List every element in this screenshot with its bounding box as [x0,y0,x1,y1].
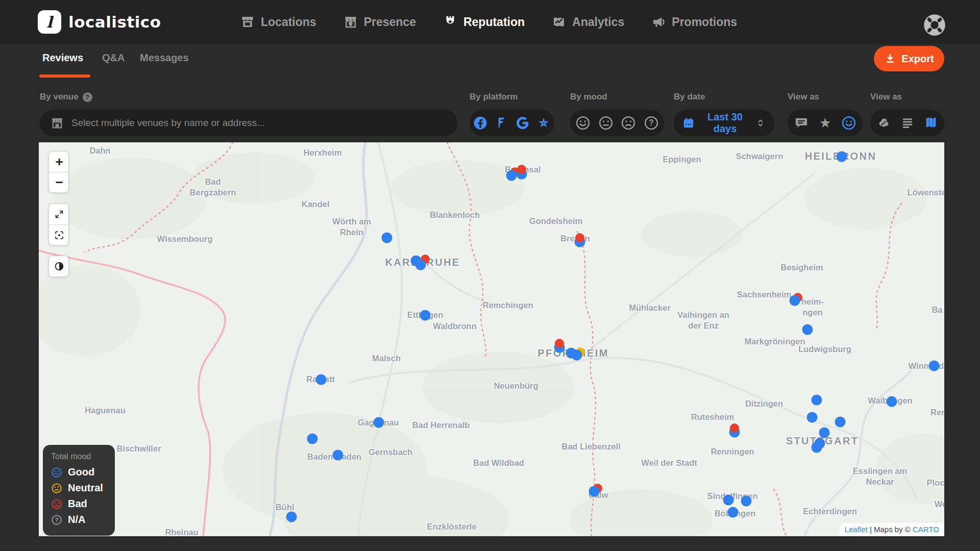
export-button[interactable]: Export [874,46,944,71]
tab-qa[interactable]: Q&A [102,52,125,64]
tab-bar: Reviews Q&A Messages Export [0,44,980,80]
locations-icon [240,14,255,30]
map-marker-good[interactable] [887,396,897,407]
view-map-button[interactable] [921,113,941,133]
date-filter-dropdown[interactable]: Last 30 days [674,110,774,136]
platform-google-button[interactable] [512,113,533,133]
brand-logo[interactable]: l localistico [38,10,161,34]
dark-mode-toggle-button[interactable] [49,256,69,277]
map-marker-good[interactable] [333,450,344,461]
yelp-icon [536,116,551,130]
legend-label: Neutral [68,482,103,494]
legend-item-neutral: Neutral [51,482,107,494]
gear-icon [922,12,947,38]
brand-logo-icon: l [38,10,61,34]
google-icon [514,115,531,131]
map-marker-good[interactable] [420,310,431,321]
map-marker-good[interactable] [929,361,940,371]
view-cloud-button[interactable] [873,113,894,133]
map-marker-layer [39,142,944,536]
map-marker-good[interactable] [812,442,822,453]
map-marker-good[interactable] [506,170,517,181]
view-smiley-button[interactable] [839,113,859,133]
nav-item-locations[interactable]: Locations [240,14,316,30]
mood-good-button[interactable] [573,113,593,133]
platform-foursquare-button[interactable] [491,113,511,133]
map-marker-good[interactable] [835,417,846,428]
mood-filter-label: By mood [570,92,607,102]
zoom-out-button[interactable]: − [49,172,69,192]
mood-neutral-button[interactable] [596,113,616,133]
map-marker-good[interactable] [572,350,582,361]
map-marker-good[interactable] [728,507,739,518]
map-marker-good[interactable] [812,395,822,406]
map-canvas[interactable]: DahnHerxheimBad BergzabernKandelWörth am… [39,142,944,536]
zoom-controls: + − [48,151,69,193]
mood-filter [570,110,664,136]
feedback-list-icon [794,116,808,130]
nav-item-promotions[interactable]: Promotions [651,14,737,30]
map-marker-good[interactable] [790,295,800,306]
map-marker-good[interactable] [382,233,393,243]
locate-button[interactable] [49,224,69,245]
map-marker-good[interactable] [807,412,818,423]
active-tab-underline [39,74,90,78]
map-marker-good[interactable] [723,495,734,506]
view-star-button[interactable]: ★ [815,113,836,133]
carto-link[interactable]: CARTO [913,525,939,534]
settings-button[interactable] [921,12,948,38]
view-as-review-label-text: View as [788,92,819,102]
locate-crosshair-icon [54,230,65,241]
list-lines-icon [900,116,915,130]
view-feedback-button[interactable] [791,113,812,133]
mood-na-button[interactable] [641,113,662,133]
zoom-in-button[interactable]: + [49,152,69,172]
platform-filter [470,110,554,136]
map-marker-good[interactable] [837,152,847,162]
map-marker-good[interactable] [819,428,830,438]
nav-item-presence[interactable]: Presence [343,14,416,30]
venue-filter-label: By venue ? [40,92,92,102]
map-marker-good[interactable] [374,417,384,428]
promotions-icon [651,14,666,30]
map-marker-good[interactable] [307,434,318,444]
map-marker-good[interactable] [286,512,297,522]
map-marker-good[interactable] [741,496,752,507]
download-icon [884,53,896,65]
map-icon [924,116,938,130]
legend-neutral-icon [51,483,62,494]
help-icon[interactable]: ? [83,92,92,102]
platform-filter-label-text: By platform [470,92,518,102]
legend-bad-icon [51,498,62,510]
map-marker-good[interactable] [415,260,426,270]
tab-messages[interactable]: Messages [140,52,189,64]
mood-bad-button[interactable] [618,113,639,133]
nav-item-reputation[interactable]: Reputation [443,14,525,30]
chevron-up-down-icon [755,117,766,129]
map-marker-bad[interactable] [555,339,564,348]
nav-item-analytics[interactable]: Analytics [551,14,624,30]
date-filter-label-text: By date [674,92,705,102]
platform-facebook-button[interactable] [470,113,491,133]
platform-yelp-button[interactable] [533,113,554,133]
date-filter-value: Last 30 days [700,111,750,135]
map-marker-bad[interactable] [730,423,739,433]
map-marker-good[interactable] [589,486,600,497]
map-marker-bad[interactable] [517,165,526,174]
venue-search-input[interactable] [71,117,447,129]
word-cloud-icon [876,116,891,130]
view-list-button[interactable] [897,113,918,133]
tab-reviews[interactable]: Reviews [42,52,83,64]
map-marker-bad[interactable] [575,233,584,242]
legend-label: Good [68,466,94,478]
view-as-review-label: View as [788,92,819,102]
top-nav: l localistico Locations Presence Rep [0,0,980,44]
legend-label: Bad [68,498,87,510]
map-marker-good[interactable] [316,374,327,385]
legend-item-bad: Bad [51,498,107,510]
map-marker-good[interactable] [802,324,813,335]
leaflet-link[interactable]: Leaflet [845,525,868,534]
fullscreen-button[interactable] [49,204,69,224]
view-as-layout-label: View as [870,92,902,102]
star-icon: ★ [819,116,831,130]
